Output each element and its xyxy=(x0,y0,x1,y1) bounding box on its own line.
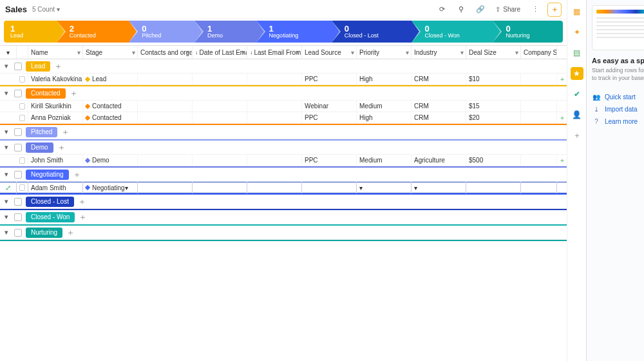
row-checkbox[interactable] xyxy=(17,73,28,85)
group-pill[interactable]: Lead xyxy=(26,61,50,72)
collapse-toggle[interactable]: ▾ xyxy=(3,170,10,179)
cell-contacts[interactable] xyxy=(138,101,193,112)
cell-company-size[interactable] xyxy=(521,182,557,193)
cell-lead-source[interactable] xyxy=(302,182,357,193)
collapse-toggle[interactable]: ▾ xyxy=(3,213,10,221)
cell-stage[interactable]: Contacted xyxy=(83,112,138,124)
funnel-step-nurturing[interactable]: 0 Nurturing xyxy=(493,21,563,43)
cell-priority[interactable]: ▾ xyxy=(357,182,412,193)
cell-deal-size[interactable]: $500 xyxy=(466,155,521,166)
table-row[interactable]: Kirill Skurikhin Contacted Webinar Mediu… xyxy=(0,101,567,112)
rail-user-icon[interactable]: 👤 xyxy=(571,108,583,121)
add-row-button[interactable]: ＋ xyxy=(61,126,70,138)
row-expand-icon[interactable] xyxy=(0,73,17,85)
group-checkbox[interactable] xyxy=(14,229,22,237)
cell-company-size[interactable] xyxy=(521,73,557,85)
col-date-last-email[interactable]: ↓Date of Last Email▾ xyxy=(193,46,247,59)
cell-company-size[interactable] xyxy=(521,155,557,166)
cell-date-last-email[interactable] xyxy=(193,73,247,85)
group-checkbox[interactable] xyxy=(14,128,22,136)
col-company-size[interactable]: Company Size xyxy=(521,46,557,59)
group-pill[interactable]: Closed - Lost xyxy=(26,197,74,207)
col-industry[interactable]: Industry▾ xyxy=(412,46,466,59)
cell-name[interactable]: Kirill Skurikhin xyxy=(28,101,83,112)
collapse-toggle[interactable]: ▾ xyxy=(3,143,10,151)
refresh-button[interactable]: ⟳ xyxy=(435,3,449,17)
cell-deal-size[interactable]: $20 xyxy=(466,112,521,124)
group-checkbox[interactable] xyxy=(14,90,22,97)
funnel-step-closed-lost[interactable]: 0 Closed - Lost xyxy=(332,21,412,43)
cell-industry[interactable]: Agriculture xyxy=(412,155,466,166)
add-row-button[interactable]: ＋ xyxy=(70,88,78,99)
funnel-step-pitched[interactable]: 0 Pitched xyxy=(129,21,194,43)
collapse-toggle[interactable]: ▾ xyxy=(3,89,10,97)
funnel-step-negotiating[interactable]: 1 Negotiating xyxy=(256,21,332,43)
rail-grid-icon[interactable]: ▤ xyxy=(571,46,583,59)
cell-contacts[interactable] xyxy=(138,155,193,166)
cell-industry[interactable]: ▾ xyxy=(412,182,466,193)
cell-date-last-email[interactable] xyxy=(193,112,247,124)
col-contacts[interactable]: Contacts and organizations▾ xyxy=(138,46,193,59)
cell-name[interactable]: Valeria Kakovkina xyxy=(28,73,83,85)
group-checkbox[interactable] xyxy=(14,144,22,151)
row-checkbox[interactable] xyxy=(17,182,28,193)
cell-company-size[interactable] xyxy=(521,112,557,124)
group-pill[interactable]: Demo xyxy=(26,142,53,153)
group-checkbox[interactable] xyxy=(14,63,22,70)
share-button[interactable]: ⇪ Share xyxy=(493,6,523,13)
learn-more-link[interactable]: ?Learn more xyxy=(592,118,644,125)
row-add-icon[interactable]: ＋ xyxy=(558,73,567,85)
cell-date-last-email[interactable] xyxy=(193,155,247,166)
cell-priority[interactable]: Medium xyxy=(357,101,412,112)
cell-lead-source[interactable]: Webinar xyxy=(302,101,357,112)
group-pill[interactable]: Closed - Won xyxy=(26,212,75,222)
cell-name[interactable]: John Smith xyxy=(28,155,83,166)
cell-industry[interactable]: CRM xyxy=(412,101,466,112)
rail-home-icon[interactable]: ▦ xyxy=(571,5,583,18)
cell-last-email-from[interactable] xyxy=(247,155,302,166)
row-menu-header[interactable]: ▾ xyxy=(0,46,17,59)
row-checkbox[interactable] xyxy=(17,112,28,124)
cell-deal-size[interactable] xyxy=(466,182,521,193)
add-row-button[interactable]: ＋ xyxy=(79,211,87,223)
collapse-toggle[interactable]: ▾ xyxy=(3,128,10,136)
quick-start-link[interactable]: 👥Quick start xyxy=(592,93,644,101)
group-pill[interactable]: Pitched xyxy=(26,127,57,137)
collapse-toggle[interactable]: ▾ xyxy=(3,228,10,237)
rail-add-button[interactable]: ＋ xyxy=(571,129,583,142)
rail-star-icon[interactable]: ✦ xyxy=(571,26,583,39)
group-pill[interactable]: Negotiating xyxy=(26,170,69,180)
cell-lead-source[interactable]: PPC xyxy=(302,73,357,85)
cell-lead-source[interactable]: PPC xyxy=(302,112,357,124)
col-stage[interactable]: Stage▾ xyxy=(83,46,138,59)
rail-badge-icon[interactable]: ★ xyxy=(571,67,583,80)
table-row[interactable]: ⤢ Adam Smith Negotiating ▾ ▾ ▾ xyxy=(0,182,567,193)
row-expand-icon[interactable]: ⤢ xyxy=(0,182,17,193)
collapse-toggle[interactable]: ▾ xyxy=(3,62,10,70)
rail-check-icon[interactable]: ✔ xyxy=(571,88,583,101)
more-menu-button[interactable]: ⋮ xyxy=(528,3,542,17)
cell-stage[interactable]: Lead xyxy=(83,73,138,85)
funnel-step-lead[interactable]: 1 Lead xyxy=(4,21,57,43)
group-pill[interactable]: Contacted xyxy=(26,88,66,99)
record-count-dropdown[interactable]: 5 Count ▾ xyxy=(32,6,60,13)
cell-priority[interactable]: High xyxy=(357,112,412,124)
cell-lead-source[interactable]: PPC xyxy=(302,155,357,166)
group-checkbox[interactable] xyxy=(14,198,22,206)
col-name[interactable]: Name▾ xyxy=(28,46,83,59)
cell-contacts[interactable] xyxy=(138,112,193,124)
table-row[interactable]: John Smith Demo PPC Medium Agriculture $… xyxy=(0,155,567,166)
cell-industry[interactable]: CRM xyxy=(412,73,466,85)
row-add-icon[interactable]: ＋ xyxy=(558,155,567,166)
table-row[interactable]: Anna Pozniak Contacted PPC High CRM $20 … xyxy=(0,112,567,124)
import-data-link[interactable]: ⤓Import data xyxy=(592,106,644,113)
row-add-icon[interactable]: ＋ xyxy=(558,112,567,124)
row-checkbox[interactable] xyxy=(17,101,28,112)
row-expand-icon[interactable] xyxy=(0,101,17,112)
cell-name[interactable]: Anna Pozniak xyxy=(28,112,83,124)
add-button[interactable]: ＋ xyxy=(547,3,562,17)
row-expand-icon[interactable] xyxy=(0,155,17,166)
cell-priority[interactable]: High xyxy=(357,73,412,85)
funnel-step-demo[interactable]: 1 Demo xyxy=(194,21,256,43)
cell-deal-size[interactable]: $10 xyxy=(466,73,521,85)
